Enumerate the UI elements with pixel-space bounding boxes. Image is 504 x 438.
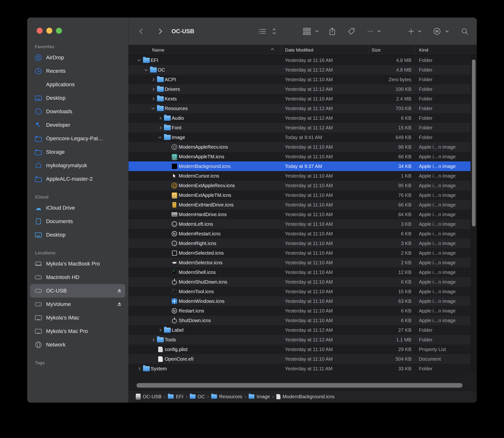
- sidebar-item-mykola-s-macbook-pro[interactable]: Mykola’s MacBook Pro: [30, 257, 125, 271]
- sidebar-item-opencore-legacy-pat-[interactable]: Opencore-Legacy-Pat…: [30, 132, 125, 145]
- table-row[interactable]: →ModernRight.icnsYesterday at 11:10 AM3 …: [128, 239, 470, 248]
- table-row[interactable]: DriversYesterday at 11:12 AM100 KBFolder: [128, 84, 470, 94]
- name-cell: System: [128, 364, 280, 373]
- table-row[interactable]: ToolsYesterday at 11:12 AM1.1 MBFolder: [128, 335, 470, 345]
- table-row[interactable]: ModernExtHardDrive.icnsYesterday at 11:1…: [128, 200, 470, 210]
- disclosure-closed-icon[interactable]: [157, 329, 163, 331]
- path-item-oc[interactable]: OC: [190, 394, 205, 399]
- minimize-window-button[interactable]: [46, 28, 52, 34]
- table-row[interactable]: ↻ModernRestart.icnsYesterday at 11:10 AM…: [128, 229, 470, 239]
- table-row[interactable]: config.plistYesterday at 11:10 AM29 KBPr…: [128, 345, 470, 354]
- sidebar-item-macintosh-hd[interactable]: Macintosh HD: [30, 271, 125, 284]
- table-row[interactable]: OCYesterday at 11:12 AM4.8 MBFolder: [128, 65, 470, 75]
- path-item-resources[interactable]: Resources: [211, 394, 242, 399]
- path-item-oc-usb[interactable]: OC-USB: [136, 394, 161, 399]
- table-row[interactable]: ResourcesYesterday at 11:12 AM703 KBFold…: [128, 104, 470, 113]
- group-button[interactable]: [303, 18, 311, 45]
- path-item-image[interactable]: Image: [249, 394, 270, 399]
- account-chevron[interactable]: [445, 18, 449, 45]
- disclosure-closed-icon[interactable]: [150, 98, 156, 100]
- vertical-scrollbar-thumb[interactable]: [472, 59, 476, 227]
- view-mode-button[interactable]: [258, 18, 266, 45]
- more-actions-button[interactable]: [366, 18, 374, 45]
- disclosure-open-icon[interactable]: [143, 69, 149, 71]
- table-row[interactable]: ModernWindows.icnsYesterday at 11:10 AM6…: [128, 296, 470, 306]
- path-item-modernbackground-icns[interactable]: ModernBackground.icns: [276, 394, 335, 399]
- vertical-scrollbar-track[interactable]: [470, 55, 477, 373]
- sidebar-item-network[interactable]: Network: [30, 338, 125, 351]
- disclosure-open-icon[interactable]: [136, 60, 142, 61]
- disclosure-open-icon[interactable]: [150, 108, 156, 109]
- table-row[interactable]: ModernShutDown.icnsYesterday at 11:10 AM…: [128, 277, 470, 287]
- table-row[interactable]: ModernSelected.icnsYesterday at 11:10 AM…: [128, 248, 470, 258]
- sidebar-item-developer[interactable]: Developer: [30, 118, 125, 132]
- sidebar-item-myvolume[interactable]: MyVolume: [30, 297, 125, 311]
- table-row[interactable]: ImageToday at 9:41 AM649 KBFolder: [128, 132, 470, 142]
- table-row[interactable]: ←ModernLeft.icnsYesterday at 11:10 AM3 K…: [128, 219, 470, 229]
- disclosure-closed-icon[interactable]: [150, 78, 156, 81]
- sidebar-item-recents[interactable]: Recents: [30, 64, 125, 78]
- sidebar-item-storage[interactable]: Storage: [30, 145, 125, 159]
- group-menu-chevron[interactable]: [315, 18, 319, 45]
- table-row[interactable]: ModernCursor.icnsYesterday at 11:10 AM1 …: [128, 171, 470, 181]
- sidebar-item-desktop[interactable]: Desktop: [30, 228, 125, 242]
- eject-icon[interactable]: [117, 288, 122, 293]
- column-header-date-modified[interactable]: Date Modified: [280, 45, 368, 55]
- table-row[interactable]: ACPIYesterday at 11:10 AMZero bytesFolde…: [128, 75, 470, 84]
- disclosure-open-icon[interactable]: [157, 137, 163, 138]
- table-row[interactable]: ModernExtAppleTM.icnsYesterday at 11:10 …: [128, 190, 470, 200]
- new-item-chevron[interactable]: [417, 18, 422, 45]
- path-item-efi[interactable]: EFI: [168, 394, 183, 399]
- tags-button[interactable]: [347, 18, 355, 45]
- sidebar-item-applications[interactable]: Applications: [30, 78, 125, 91]
- disclosure-closed-icon[interactable]: [150, 339, 156, 341]
- table-row[interactable]: KextsYesterday at 11:10 AM2.4 MBFolder: [128, 94, 470, 104]
- share-button[interactable]: [329, 18, 336, 45]
- sidebar-item-documents[interactable]: Documents: [30, 215, 125, 228]
- column-header-kind[interactable]: Kind: [415, 45, 477, 55]
- view-mode-toggle[interactable]: [272, 18, 277, 45]
- sidebar-item-icloud-drive[interactable]: iCloud Drive: [30, 201, 125, 215]
- table-row[interactable]: ModernAppleRecv.icnsYesterday at 11:10 A…: [128, 142, 470, 152]
- account-button[interactable]: M: [433, 18, 441, 45]
- column-header-size[interactable]: Size: [368, 45, 415, 55]
- table-row[interactable]: EFIYesterday at 11:16 AM4.8 MBFolder: [128, 55, 470, 65]
- horizontal-scrollbar-thumb[interactable]: [137, 383, 462, 388]
- table-row[interactable]: ModernBackground.icnsToday at 9:37 AM34 …: [128, 161, 470, 171]
- disclosure-closed-icon[interactable]: [150, 88, 156, 90]
- zoom-window-button[interactable]: [56, 28, 62, 34]
- disclosure-closed-icon[interactable]: [136, 368, 142, 370]
- table-row[interactable]: ModernTool.icnsYesterday at 11:10 AM15 K…: [128, 287, 470, 296]
- table-row[interactable]: FontYesterday at 11:12 AM15 KBFolder: [128, 123, 470, 132]
- sidebar-item-applealc-master-2[interactable]: AppleALC-master-2: [30, 172, 125, 186]
- table-row[interactable]: ShutDown.icnsYesterday at 11:10 AM6 KBAp…: [128, 316, 470, 325]
- eject-icon[interactable]: [117, 302, 122, 307]
- column-header-name[interactable]: Name: [128, 45, 280, 55]
- forward-button[interactable]: [158, 18, 161, 45]
- close-window-button[interactable]: [37, 28, 43, 34]
- table-row[interactable]: SystemYesterday at 11:11 AM33 KBFolder: [128, 364, 470, 373]
- back-button[interactable]: [140, 18, 144, 45]
- table-row[interactable]: ModernHardDrive.icnsYesterday at 11:10 A…: [128, 210, 470, 219]
- table-row[interactable]: AudioYesterday at 11:12 AM6 KBFolder: [128, 113, 470, 123]
- table-row[interactable]: OpenCore.efiYesterday at 11:10 AM504 KBD…: [128, 354, 470, 364]
- disclosure-closed-icon[interactable]: [157, 117, 163, 119]
- more-actions-chevron[interactable]: [377, 18, 381, 45]
- sidebar-item-downloads[interactable]: Downloads: [30, 105, 125, 118]
- table-row[interactable]: LabelYesterday at 11:12 AM27 KBFolder: [128, 325, 470, 335]
- table-row[interactable]: ↻Restart.icnsYesterday at 11:10 AM6 KBAp…: [128, 306, 470, 316]
- sidebar-item-airdrop[interactable]: AirDrop: [30, 51, 125, 64]
- sidebar-item-mykola-s-mac-pro[interactable]: Mykola’s Mac Pro: [30, 325, 125, 338]
- sidebar-item-mykola-s-imac[interactable]: Mykola’s iMac: [30, 311, 125, 325]
- table-row[interactable]: ModernSelector.icnsYesterday at 11:10 AM…: [128, 258, 470, 267]
- table-row[interactable]: ModernShell.icnsYesterday at 11:10 AM12 …: [128, 267, 470, 277]
- date-modified-cell: Yesterday at 11:10 AM: [280, 212, 368, 217]
- new-item-button[interactable]: [408, 18, 414, 45]
- sidebar-item-desktop[interactable]: Desktop: [30, 91, 125, 105]
- table-row[interactable]: ModernExtAppleRecv.icnsYesterday at 11:1…: [128, 181, 470, 190]
- disclosure-closed-icon[interactable]: [157, 127, 163, 129]
- sidebar-item-oc-usb[interactable]: OC-USB: [30, 284, 125, 297]
- sidebar-item-mykolagrymalyuk[interactable]: mykolagrymalyuk: [30, 159, 125, 172]
- search-button[interactable]: [461, 18, 469, 45]
- table-row[interactable]: ModernAppleTM.icnsYesterday at 11:10 AM6…: [128, 152, 470, 161]
